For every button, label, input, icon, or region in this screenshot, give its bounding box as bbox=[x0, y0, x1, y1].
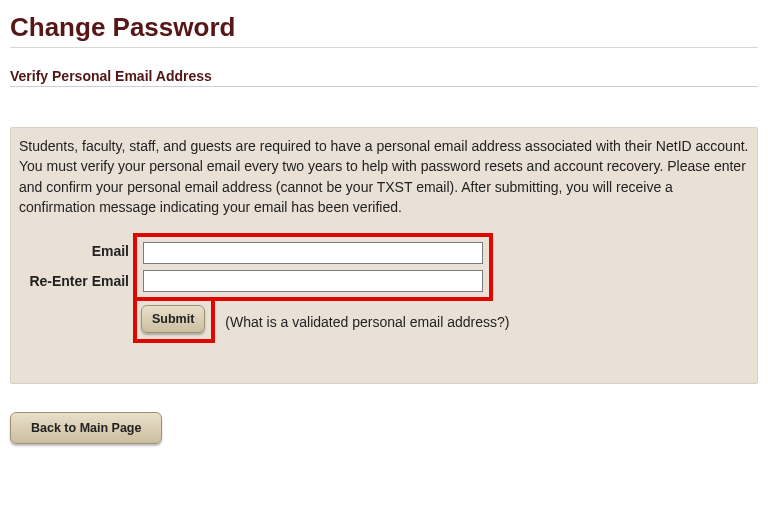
submit-row: Submit (What is a validated personal ema… bbox=[19, 301, 749, 343]
reenter-email-label: Re-Enter Email bbox=[19, 270, 133, 296]
divider-top bbox=[10, 47, 758, 48]
back-row: Back to Main Page bbox=[10, 412, 758, 444]
help-link[interactable]: (What is a validated personal email addr… bbox=[225, 314, 509, 330]
section-subtitle: Verify Personal Email Address bbox=[10, 68, 758, 84]
inputs-highlight-box bbox=[133, 233, 493, 301]
back-to-main-button[interactable]: Back to Main Page bbox=[10, 412, 162, 444]
divider-sub bbox=[10, 86, 758, 87]
submit-highlight-box: Submit bbox=[133, 297, 215, 343]
page-title: Change Password bbox=[10, 12, 758, 43]
reenter-email-input[interactable] bbox=[143, 270, 483, 292]
email-fields-group: Email Re-Enter Email bbox=[19, 233, 749, 301]
instructions-text: Students, faculty, staff, and guests are… bbox=[19, 136, 749, 217]
submit-button[interactable]: Submit bbox=[141, 305, 205, 333]
email-input[interactable] bbox=[143, 242, 483, 264]
verify-email-panel: Students, faculty, staff, and guests are… bbox=[10, 127, 758, 384]
email-label: Email bbox=[19, 240, 133, 266]
